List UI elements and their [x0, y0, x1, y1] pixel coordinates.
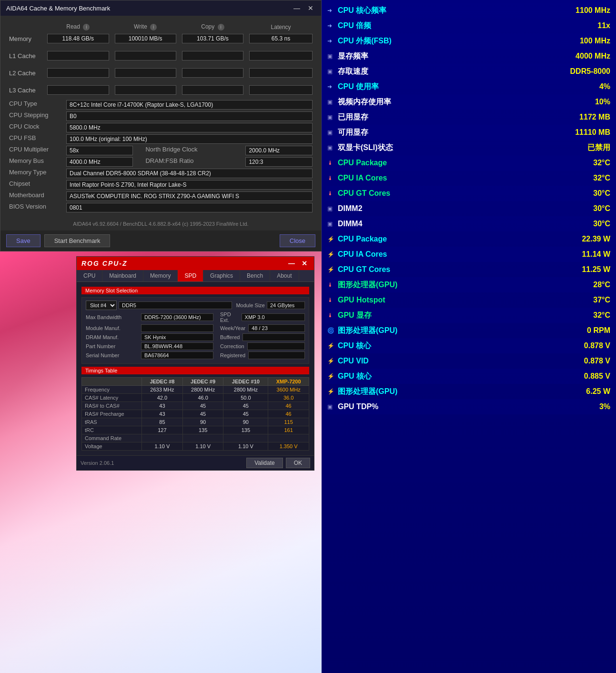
memory-read-value[interactable]	[47, 34, 109, 43]
chip-icon: ▣	[327, 114, 335, 121]
dram-manuf-row: DRAM Manuf. Buffered	[86, 333, 305, 341]
dram-manuf-value	[141, 333, 213, 341]
hwinfo-row: 🌡 GPU 显存 32°C	[325, 308, 612, 323]
tab-about[interactable]: About	[270, 270, 299, 281]
left-panel: AIDA64 Cache & Memory Benchmark — ✕ Read…	[0, 0, 322, 673]
hw-label: CPU VID	[338, 357, 553, 365]
cpu-fsb-row: CPU FSB 100.0 MHz (original: 100 MHz)	[6, 133, 315, 145]
save-button[interactable]: Save	[6, 234, 40, 247]
thermo-icon: 🌡	[327, 190, 335, 197]
thermo-icon: 🌡	[327, 160, 335, 166]
timings-section-title: Timings Table	[81, 367, 309, 374]
l3-latency-value[interactable]	[249, 85, 313, 95]
memory-write-value[interactable]	[115, 34, 176, 43]
timing-v4	[268, 434, 309, 442]
tab-spd[interactable]: SPD	[178, 270, 203, 281]
bios-label: BIOS Version	[6, 202, 63, 213]
bench-header-row: Read i Write i Copy i Latency	[6, 21, 315, 32]
hw-value: 32°C	[553, 174, 610, 182]
cpuz-title: ROG CPU-Z	[81, 260, 128, 267]
l1-cache-row: L1 Cache	[6, 50, 315, 62]
timing-v2	[182, 434, 223, 442]
hwinfo-row: ▣ DIMM4 30°C	[325, 216, 612, 231]
timing-v4: 46	[268, 402, 309, 410]
cpuz-close-button[interactable]: ✕	[300, 260, 309, 267]
memory-latency-value[interactable]	[249, 34, 313, 43]
l1-cache-label: L1 Cache	[6, 50, 44, 62]
chip-icon: ▣	[327, 205, 335, 212]
l3-write-value[interactable]	[115, 85, 176, 95]
tab-bench[interactable]: Bench	[240, 270, 270, 281]
tab-mainboard[interactable]: Mainboard	[102, 270, 143, 281]
slot-selector[interactable]: Slot #4	[86, 301, 117, 310]
ok-button[interactable]: OK	[286, 458, 310, 468]
cpuz-minimize-button[interactable]: —	[286, 260, 297, 267]
tab-cpu[interactable]: CPU	[77, 270, 102, 281]
copy-header: Copy i	[179, 21, 246, 32]
timing-v3: 45	[223, 410, 268, 418]
read-info-icon[interactable]: i	[83, 24, 90, 30]
l1-write-value[interactable]	[115, 51, 176, 60]
serial-number-value	[141, 352, 213, 359]
l1-copy-value[interactable]	[182, 51, 243, 60]
write-info-icon[interactable]: i	[150, 24, 157, 30]
hw-value: 28°C	[553, 281, 610, 289]
chip-icon: ▣	[327, 68, 335, 75]
spd-ext-value	[242, 313, 305, 321]
volt-icon: ⚡	[327, 342, 335, 349]
l1-latency-value[interactable]	[249, 51, 313, 60]
timing-v1: 43	[142, 402, 183, 410]
l2-copy-value[interactable]	[182, 68, 243, 78]
timing-v3: 135	[223, 426, 268, 434]
week-year-value	[248, 324, 305, 332]
l3-copy-value[interactable]	[182, 85, 243, 95]
buffered-value	[242, 333, 305, 341]
memory-bus-value: 4000.0 MHz	[66, 157, 133, 167]
cpu-fsb-value: 100.0 MHz (original: 100 MHz)	[66, 134, 313, 144]
chipset-value: Intel Raptor Point-S Z790, Intel Raptor …	[66, 180, 313, 190]
hw-label: CPU Package	[338, 235, 553, 243]
hw-value: 11x	[553, 21, 610, 30]
aida-title: AIDA64 Cache & Memory Benchmark	[6, 5, 110, 12]
hwinfo-row: ▣ 视频内存使用率 10%	[325, 94, 612, 110]
hw-label: CPU 使用率	[338, 82, 553, 92]
aida-titlebar: AIDA64 Cache & Memory Benchmark — ✕	[0, 0, 321, 16]
timing-label: RAS# to CAS#	[82, 402, 142, 410]
hwinfo-row: ⚡ CPU VID 0.878 V	[325, 353, 612, 369]
timing-row: tRAS 85 90 90 115	[82, 418, 309, 426]
thermo-icon: 🌡	[327, 175, 335, 181]
l3-read-value[interactable]	[47, 85, 109, 95]
memory-copy-value[interactable]	[182, 34, 243, 43]
minimize-button[interactable]: —	[292, 4, 302, 12]
part-number-row: Part Number Correction	[86, 342, 305, 350]
timing-v3	[223, 434, 268, 442]
arrow-icon: ➜	[327, 83, 335, 90]
l3-cache-row: L3 Cache	[6, 84, 315, 96]
l2-read-value[interactable]	[47, 68, 109, 78]
tab-memory[interactable]: Memory	[143, 270, 178, 281]
cpuz-version: Version 2.06.1	[81, 460, 114, 466]
validate-button[interactable]: Validate	[246, 458, 283, 468]
part-number-value	[141, 342, 213, 350]
hw-label: CPU 核心	[338, 341, 553, 351]
timings-jedec9-header: JEDEC #9	[182, 378, 223, 386]
hwinfo-row: ➜ CPU 使用率 4%	[325, 79, 612, 94]
dram-manuf-label: DRAM Manuf.	[86, 334, 138, 340]
slot-select-row: Slot #4 Module Size	[86, 301, 305, 310]
l2-write-value[interactable]	[115, 68, 176, 78]
hw-value: 11110 MB	[553, 128, 610, 137]
copy-info-icon[interactable]: i	[218, 24, 224, 30]
l1-read-value[interactable]	[47, 51, 109, 60]
cpu-multiplier-row: CPU Multiplier 58x North Bridge Clock 20…	[6, 145, 315, 156]
hw-label: 视频内存使用率	[338, 97, 553, 107]
tab-graphics[interactable]: Graphics	[203, 270, 240, 281]
aida-footer: AIDA64 v6.92.6604 / BenchDLL 4.6.882.8-x…	[0, 219, 321, 231]
max-bw-label: Max Bandwidth	[86, 314, 138, 320]
l2-latency-value[interactable]	[249, 68, 313, 78]
latency-header: Latency	[246, 21, 315, 32]
close-window-button[interactable]: ✕	[306, 4, 315, 12]
start-benchmark-button[interactable]: Start Benchmark	[44, 234, 111, 247]
dram-fsb-value: 120:3	[245, 157, 313, 167]
timing-v3: 45	[223, 402, 268, 410]
close-button[interactable]: Close	[280, 234, 315, 247]
